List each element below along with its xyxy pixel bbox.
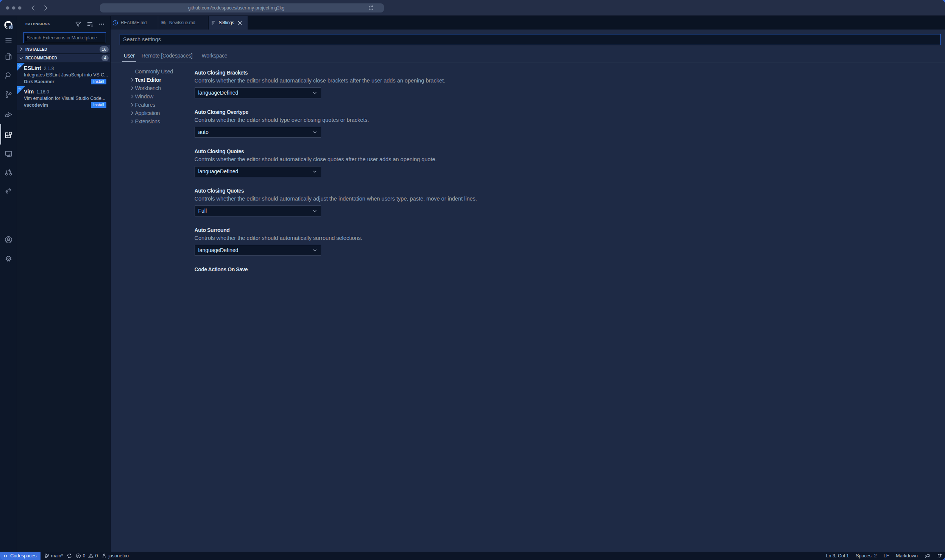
extension-item-vim[interactable]: ☆ Vim1.16.0 Vim emulation for Visual Stu… — [17, 86, 111, 110]
close-window-button[interactable] — [6, 6, 10, 10]
settings-gear-icon[interactable] — [0, 251, 17, 266]
chevron-down-icon — [312, 129, 318, 135]
search-icon[interactable] — [0, 68, 17, 83]
remote-explorer-icon[interactable] — [0, 146, 17, 161]
toc-features[interactable]: Features — [129, 101, 155, 109]
chevron-down-icon — [312, 169, 318, 174]
chevron-down-icon — [19, 56, 25, 61]
chevron-right-icon — [129, 110, 135, 116]
setting-title: Auto Closing Brackets — [195, 69, 248, 76]
text-cursor — [26, 35, 26, 41]
scope-workspace[interactable]: Workspace — [201, 50, 227, 62]
extension-name: ESLint — [24, 65, 41, 71]
tab-readme[interactable]: README.md — [111, 16, 158, 30]
tab-newissue[interactable]: M↓ NewIssue.md — [158, 16, 208, 30]
editor-area: README.md M↓ NewIssue.md Settings Search… — [111, 16, 472, 280]
setting-description: Controls whether the editor should autom… — [195, 195, 473, 202]
info-icon — [112, 20, 118, 26]
extension-publisher: Dirk Baeumer — [24, 79, 55, 84]
source-control-icon[interactable] — [0, 87, 17, 102]
extension-description: Vim emulation for Visual Studio Code... — [24, 96, 105, 101]
toc-commonly-used[interactable]: Commonly Used — [129, 67, 173, 76]
setting-select[interactable]: languageDefined — [195, 245, 321, 256]
section-label: INSTALLED — [25, 47, 47, 51]
account-icon[interactable] — [0, 232, 17, 247]
reload-icon[interactable] — [368, 5, 374, 11]
extension-version: 2.1.8 — [44, 66, 54, 71]
toc-application[interactable]: Application — [129, 109, 160, 117]
sidebar-title: EXTENSIONS — [25, 21, 50, 27]
filter-icon[interactable] — [75, 21, 81, 29]
close-tab-icon[interactable] — [237, 20, 242, 25]
installed-count-badge: 16 — [100, 46, 109, 53]
setting-title: Auto Surround — [195, 226, 230, 234]
tab-label: README.md — [121, 20, 147, 25]
extensions-search-placeholder: Search Extensions in Marketplace — [27, 35, 97, 40]
run-debug-icon[interactable] — [0, 107, 17, 122]
active-view-indicator — [0, 124, 1, 145]
install-button[interactable]: Install — [91, 102, 106, 108]
settings-editor: Search settings User Remote [Codespaces]… — [111, 30, 472, 280]
setting-description: Controls whether the editor should autom… — [195, 77, 446, 84]
divider — [111, 62, 472, 62]
activity-bar — [0, 16, 17, 280]
extensions-icon[interactable] — [0, 128, 17, 143]
setting-title: Code Actions On Save — [195, 266, 248, 273]
more-actions-icon[interactable] — [98, 21, 105, 29]
address-bar[interactable]: github.com/codespaces/user-my-project-mg… — [100, 3, 384, 12]
setting-title: Auto Closing Overtype — [195, 108, 248, 116]
extension-name: Vim — [24, 89, 34, 95]
extension-item-eslint[interactable]: ☆ ESLint2.1.8 Integrates ESLint JavaScri… — [17, 63, 111, 86]
zoom-window-button[interactable] — [18, 6, 22, 10]
clear-extensions-icon[interactable] — [87, 21, 93, 29]
chevron-right-icon — [129, 102, 135, 107]
browser-window: github.com/codespaces/user-my-project-mg… — [0, 0, 472, 280]
settings-editor-icon — [211, 20, 216, 25]
settings-search-input[interactable]: Search settings — [120, 34, 472, 45]
extensions-search-input[interactable]: Search Extensions in Marketplace — [23, 32, 106, 43]
chevron-right-icon — [129, 86, 135, 91]
back-button[interactable] — [30, 4, 37, 12]
forward-button[interactable] — [42, 4, 49, 12]
github-logo-icon — [0, 17, 17, 33]
section-recommended[interactable]: RECOMMENDED 4 — [17, 54, 111, 62]
setting-title: Auto Closing Quotes — [195, 187, 244, 194]
extensions-sidebar: EXTENSIONS Search Extensions in Marketpl… — [17, 16, 111, 280]
chevron-down-icon — [312, 90, 318, 96]
setting-description: Controls whether the editor should autom… — [195, 234, 362, 242]
extension-version: 1.16.0 — [36, 89, 49, 95]
menu-icon[interactable] — [0, 33, 17, 48]
settings-scope-tabs: User Remote [Codespaces] Workspace — [124, 50, 227, 62]
scope-user[interactable]: User — [124, 50, 135, 62]
pull-requests-icon[interactable] — [0, 165, 17, 180]
explorer-icon[interactable] — [0, 49, 17, 64]
tab-settings[interactable]: Settings — [209, 16, 248, 30]
tab-label: NewIssue.md — [169, 20, 195, 25]
toc-workbench[interactable]: Workbench — [129, 84, 161, 92]
setting-select[interactable]: languageDefined — [195, 166, 321, 177]
section-label: RECOMMENDED — [25, 56, 57, 60]
settings-search-placeholder: Search settings — [123, 34, 161, 45]
tab-label: Settings — [219, 20, 234, 25]
setting-title: Auto Closing Quotes — [195, 148, 244, 155]
chevron-right-icon — [19, 47, 25, 52]
setting-select[interactable]: languageDefined — [195, 87, 321, 98]
toc-extensions[interactable]: Extensions — [129, 117, 160, 126]
install-button[interactable]: Install — [91, 79, 106, 84]
setting-description: Controls whether the editor should autom… — [195, 156, 437, 163]
tab-bar: README.md M↓ NewIssue.md Settings — [111, 16, 472, 30]
chevron-down-icon — [312, 247, 318, 253]
chevron-down-icon — [312, 208, 318, 214]
setting-select[interactable]: Full — [195, 205, 321, 216]
chevron-right-icon — [129, 94, 135, 99]
scope-remote[interactable]: Remote [Codespaces] — [142, 50, 193, 62]
toc-text-editor[interactable]: Text Editor — [129, 76, 161, 84]
url-text: github.com/codespaces/user-my-project-mg… — [100, 3, 373, 12]
live-share-icon[interactable] — [0, 183, 17, 198]
toc-window[interactable]: Window — [129, 92, 153, 101]
section-installed[interactable]: INSTALLED 16 — [17, 45, 111, 53]
chevron-right-icon — [129, 77, 135, 82]
recommended-count-badge: 4 — [101, 55, 109, 61]
minimize-window-button[interactable] — [12, 6, 16, 10]
setting-select[interactable]: auto — [195, 127, 321, 138]
